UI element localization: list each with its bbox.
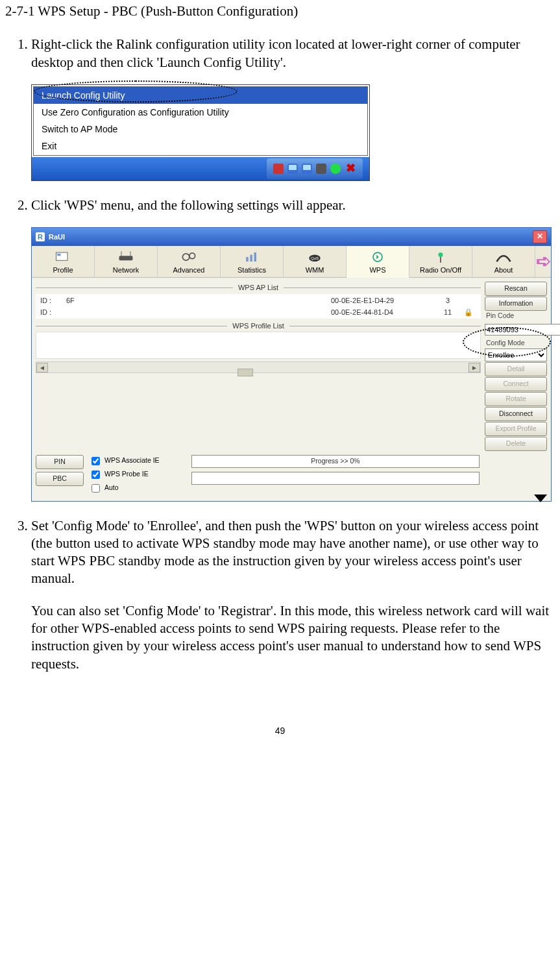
wps-profile-list[interactable]: [36, 332, 481, 359]
about-icon: [494, 250, 513, 264]
tab-label: Profile: [53, 265, 73, 275]
expand-down-icon[interactable]: [534, 495, 547, 502]
config-mode-select[interactable]: Enrollee: [485, 348, 547, 361]
tab-wps[interactable]: WPS: [347, 246, 409, 278]
wps-ap-list[interactable]: ID : 6F 00-0E-2E-E1-D4-29 3 ID : 00-0E-2…: [36, 294, 481, 319]
svg-rect-8: [250, 254, 252, 262]
svg-point-13: [439, 252, 443, 257]
rotate-button[interactable]: Rotate: [485, 392, 547, 406]
svg-rect-9: [254, 252, 257, 262]
section-title: 2-7-1 WPS Setup - PBC (Push-Button Confi…: [5, 3, 555, 20]
scroll-thumb[interactable]: [237, 369, 253, 376]
ap-row[interactable]: ID : 00-0E-2E-44-81-D4 11 🔒: [36, 306, 480, 318]
cross-icon: ✖: [345, 163, 356, 175]
ap-channel: 3: [435, 296, 461, 305]
menu-item-launch-config[interactable]: Launch Config Utility: [34, 87, 367, 104]
close-button[interactable]: ✕: [533, 230, 547, 243]
pin-code-label: Pin Code: [485, 311, 547, 321]
disconnect-button[interactable]: Disconnect: [485, 407, 547, 421]
system-tray: ✖: [267, 158, 363, 179]
app-icon: R: [36, 232, 45, 241]
tab-label: WMM: [306, 265, 324, 275]
tab-label: Advanced: [173, 265, 205, 275]
wps-ap-list-divider: WPS AP List: [36, 283, 481, 292]
menu-item-label: Launch Config Utility: [42, 90, 125, 101]
window-title: RaUI: [49, 232, 65, 241]
ap-ssid: [66, 308, 331, 317]
gears-icon: [179, 250, 199, 264]
wps-associate-checkbox[interactable]: WPS Associate IE: [89, 455, 186, 467]
ap-channel: 11: [435, 308, 461, 317]
ap-id-label: ID :: [40, 308, 66, 317]
wps-icon: [368, 250, 387, 264]
tab-wmm[interactable]: QoS WMM: [284, 246, 347, 277]
raui-window: R RaUI ✕ Profile Network Advanc: [31, 227, 552, 502]
lock-icon: [461, 296, 476, 305]
step-3: Set 'Config Mode' to 'Enrollee', and the…: [31, 517, 555, 673]
wps-probe-checkbox[interactable]: WPS Probe IE: [89, 469, 186, 481]
horizontal-scrollbar[interactable]: ◄ ►: [36, 361, 481, 373]
wmm-icon: QoS: [305, 250, 324, 264]
tab-radio[interactable]: Radio On/Off: [409, 246, 472, 277]
taskbar: ✖: [32, 157, 369, 180]
monitor-icon: [302, 164, 312, 174]
ap-id-label: ID :: [40, 296, 66, 305]
tab-advanced[interactable]: Advanced: [158, 246, 221, 277]
pin-code-input[interactable]: [485, 324, 560, 336]
wps-panel: WPS AP List ID : 6F 00-0E-2E-E1-D4-29 3 …: [32, 278, 551, 500]
detail-button[interactable]: Detail: [485, 362, 547, 376]
step-3-text-a: Set 'Config Mode' to 'Enrollee', and the…: [31, 517, 555, 588]
wifi-icon: [330, 164, 341, 174]
connect-button[interactable]: Connect: [485, 377, 547, 391]
rescan-button[interactable]: Rescan: [485, 282, 547, 296]
pin-button[interactable]: PIN: [36, 455, 84, 469]
auto-checkbox[interactable]: Auto: [89, 482, 186, 495]
step-1: Right-click the Ralink configuration uti…: [31, 36, 555, 180]
scroll-left-icon[interactable]: ◄: [36, 363, 48, 373]
expand-arrow-icon[interactable]: ➪: [535, 246, 551, 277]
export-profile-button[interactable]: Export Profile: [485, 422, 547, 436]
tab-label: Radio On/Off: [420, 265, 461, 275]
menu-item-zero-config[interactable]: Use Zero Configuration as Configuration …: [34, 104, 367, 121]
side-buttons: Rescan Information Pin Code Renew Config…: [485, 280, 547, 450]
svg-point-6: [189, 253, 195, 259]
tab-profile[interactable]: Profile: [32, 246, 95, 277]
tab-about[interactable]: About: [472, 246, 535, 277]
config-mode-label: Config Mode: [485, 339, 547, 348]
ap-mac: 00-0E-2E-44-81-D4: [331, 308, 435, 317]
menu-item-switch-ap[interactable]: Switch to AP Mode: [34, 121, 367, 138]
page-number: 49: [5, 725, 555, 737]
svg-point-5: [182, 254, 189, 261]
router-icon: [116, 250, 136, 264]
ap-mac: 00-0E-2E-E1-D4-29: [331, 296, 435, 305]
step-3-text-b: You can also set 'Config Mode' to 'Regis…: [31, 602, 555, 673]
svg-rect-2: [119, 256, 133, 260]
toolbar: Profile Network Advanced Statistics: [32, 246, 551, 278]
svg-rect-1: [57, 254, 60, 256]
progress-bar: Progress >> 0%: [191, 455, 480, 468]
svg-text:QoS: QoS: [311, 256, 319, 260]
tab-network[interactable]: Network: [95, 246, 158, 277]
lock-icon: 🔒: [461, 308, 476, 317]
scroll-right-icon[interactable]: ►: [469, 363, 480, 373]
tab-statistics[interactable]: Statistics: [221, 246, 284, 277]
chart-icon: [242, 250, 262, 264]
pbc-button[interactable]: PBC: [36, 472, 84, 486]
wps-profile-list-divider: WPS Profile List: [36, 321, 481, 330]
radio-icon: [431, 250, 450, 264]
svg-rect-7: [246, 257, 249, 262]
context-menu: Launch Config Utility Use Zero Configura…: [33, 86, 368, 156]
network-icon: [316, 164, 326, 174]
step-2: Click 'WPS' menu, and the following sett…: [31, 197, 555, 502]
status-box: [191, 472, 480, 485]
step-2-text: Click 'WPS' menu, and the following sett…: [31, 197, 555, 214]
ap-row[interactable]: ID : 6F 00-0E-2E-E1-D4-29 3: [36, 295, 480, 306]
profile-icon: [53, 250, 73, 264]
menu-item-exit[interactable]: Exit: [34, 138, 367, 154]
delete-button[interactable]: Delete: [485, 437, 547, 451]
monitor-icon: [287, 164, 298, 174]
information-button[interactable]: Information: [485, 297, 547, 311]
tab-label: Network: [113, 265, 139, 275]
step-1-text: Right-click the Ralink configuration uti…: [31, 36, 555, 71]
context-menu-screenshot: Launch Config Utility Use Zero Configura…: [31, 84, 370, 181]
